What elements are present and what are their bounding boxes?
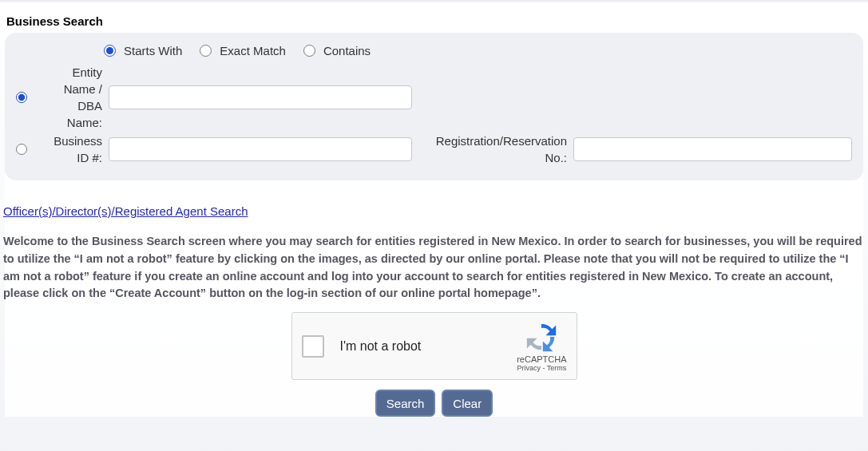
officer-search-link-row: Officer(s)/Director(s)/Registered Agent … — [3, 204, 863, 219]
match-exact-text: Exact Match — [220, 44, 286, 57]
recaptcha-privacy-terms[interactable]: Privacy - Terms — [517, 364, 566, 372]
match-contains-radio[interactable] — [303, 45, 315, 57]
business-id-label: Business ID #: — [46, 133, 102, 166]
search-button[interactable]: Search — [375, 390, 436, 417]
match-starts-with-text: Starts With — [124, 44, 182, 57]
clear-button[interactable]: Clear — [442, 390, 493, 417]
recaptcha-checkbox[interactable] — [302, 335, 324, 358]
recaptcha-label: I'm not a robot — [340, 339, 517, 354]
match-starts-with-label[interactable]: Starts With — [104, 44, 182, 57]
panel-title: Business Search — [5, 5, 863, 33]
reg-number-input[interactable] — [573, 137, 852, 161]
match-starts-with-radio[interactable] — [104, 45, 116, 57]
welcome-text: Welcome to the Business Search screen wh… — [3, 233, 865, 303]
match-type-row: Starts With Exact Match Contains — [104, 44, 852, 57]
recaptcha-brand-text: reCAPTCHA — [517, 354, 566, 364]
recaptcha-icon — [525, 321, 557, 353]
match-contains-text: Contains — [323, 44, 371, 57]
entity-row-radio[interactable] — [16, 92, 27, 103]
business-id-row-radio[interactable] — [16, 144, 27, 155]
recaptcha-branding: reCAPTCHA Privacy - Terms — [517, 321, 566, 372]
reg-label: Registration/Reservation No.: — [423, 133, 567, 166]
business-search-panel: Business Search Starts With Exact Match … — [5, 5, 863, 417]
entity-row: Entity Name / DBA Name: — [16, 64, 852, 131]
match-exact-radio[interactable] — [200, 45, 212, 57]
entity-label: Entity Name / DBA Name: — [46, 64, 102, 131]
business-id-input[interactable] — [109, 137, 412, 161]
button-row: Search Clear — [5, 390, 863, 417]
match-exact-label[interactable]: Exact Match — [200, 44, 286, 57]
recaptcha-widget: I'm not a robot reCAPTCHA Privacy - Term… — [291, 312, 577, 380]
officer-search-link[interactable]: Officer(s)/Director(s)/Registered Agent … — [3, 204, 248, 218]
entity-name-input[interactable] — [109, 85, 412, 109]
match-contains-label[interactable]: Contains — [303, 44, 371, 57]
search-box: Starts With Exact Match Contains Entity … — [5, 33, 863, 180]
business-id-row: Business ID #: Registration/Reservation … — [16, 133, 852, 166]
